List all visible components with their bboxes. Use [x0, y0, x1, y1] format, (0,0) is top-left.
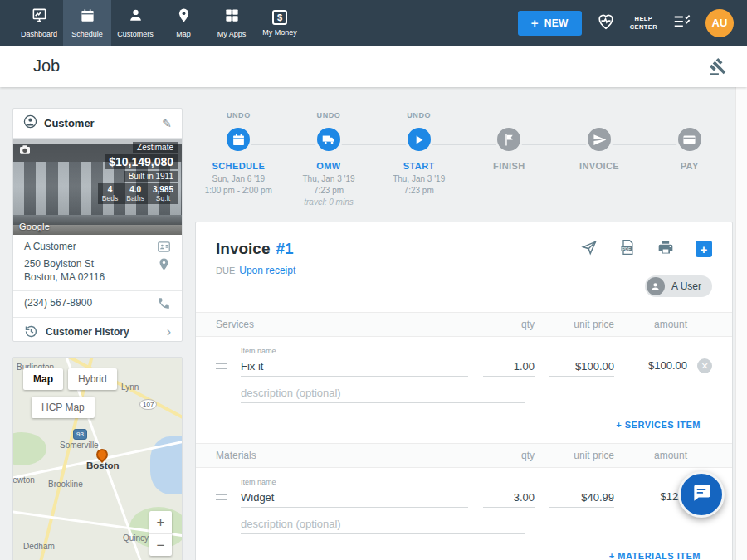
step-dates: Sun, Jan 6 '19 1:00 pm - 2:00 pm	[205, 173, 272, 197]
pdf-icon[interactable]: PDF	[619, 239, 636, 259]
pay-card-icon[interactable]	[676, 125, 704, 153]
start-play-icon[interactable]	[405, 125, 433, 153]
map-type-button[interactable]: Map	[23, 368, 63, 390]
map-label-somerville: Somerville	[60, 441, 99, 450]
add-invoice-icon[interactable]	[696, 241, 712, 257]
service-description-input[interactable]	[241, 383, 525, 403]
customer-name: A Customer	[24, 240, 76, 253]
job-tools-icon[interactable]	[709, 57, 727, 75]
schedule-icon	[80, 7, 95, 27]
remove-service-icon[interactable]	[697, 358, 712, 373]
invoice-number[interactable]: #1	[276, 240, 293, 258]
invoice-toolbar: PDF	[581, 239, 712, 259]
built-in-text: Built in 1911	[124, 171, 178, 182]
nav-item-my-money[interactable]: My Money	[256, 0, 304, 46]
add-materials-item-link[interactable]: + MATERIALS ITEM	[196, 534, 732, 560]
customer-history-label: Customer History	[46, 326, 159, 338]
phone-icon[interactable]	[157, 296, 171, 310]
add-services-item-link[interactable]: + SERVICES ITEM	[196, 403, 732, 443]
undo-schedule-link[interactable]: UNDO	[227, 111, 251, 122]
finish-flag-icon[interactable]	[495, 125, 523, 153]
omw-truck-icon[interactable]	[315, 125, 343, 153]
invoice-send-icon[interactable]	[585, 125, 613, 153]
customer-name-row: A Customer	[13, 235, 182, 256]
step-invoice: INVOICE	[554, 111, 645, 208]
user-avatar-icon	[647, 277, 665, 295]
svg-text:PDF: PDF	[622, 246, 631, 251]
edit-customer-icon[interactable]	[162, 117, 172, 130]
print-icon[interactable]	[657, 239, 674, 259]
chevron-right-icon	[167, 325, 171, 338]
nav-label: Dashboard	[21, 30, 57, 38]
nav-item-map[interactable]: Map	[159, 0, 208, 46]
contact-card-icon[interactable]	[157, 240, 171, 254]
services-header-row: Services qty unit price amount	[196, 312, 732, 337]
step-schedule: UNDO SCHEDULE Sun, Jan 6 '19 1:00 pm - 2…	[193, 111, 284, 208]
service-price-input[interactable]	[549, 357, 614, 377]
hybrid-type-button[interactable]: Hybrid	[68, 368, 117, 390]
history-icon	[24, 324, 38, 338]
nav-item-dashboard[interactable]: Dashboard	[15, 0, 63, 46]
step-dates: Thu, Jan 3 '19 7:23 pm	[393, 173, 445, 197]
due-value-link[interactable]: Upon receipt	[239, 265, 295, 276]
material-price-input[interactable]	[549, 488, 614, 508]
qty-column-header: qty	[483, 450, 535, 461]
schedule-step-icon[interactable]	[224, 125, 252, 153]
material-name-input[interactable]	[241, 488, 468, 508]
step-label: PAY	[681, 161, 699, 171]
customer-circle-icon	[23, 114, 37, 132]
invoice-header: Invoice #1 PDF DUEUpon receipt A User	[196, 222, 732, 312]
nav-items: Dashboard Schedule Customers Map My Apps…	[15, 0, 304, 46]
map-label-newton: Newton	[12, 475, 35, 485]
material-qty-input[interactable]	[483, 488, 535, 508]
beds-value: 4	[108, 185, 113, 195]
map-card[interactable]: Burlington Lynn 107 93 Somerville Boston…	[12, 357, 183, 560]
assigned-user-name: A User	[671, 280, 701, 292]
zoom-in-button[interactable]: +	[149, 511, 172, 533]
step-pay: PAY	[644, 111, 735, 208]
drag-handle-icon[interactable]	[216, 363, 227, 369]
step-omw: UNDO OMW Thu, Jan 3 '19 7:23 pm travel: …	[284, 111, 374, 208]
route-shield-93: 93	[73, 429, 87, 440]
map-label-lynn: Lynn	[121, 382, 139, 392]
drag-handle-icon[interactable]	[216, 494, 227, 500]
scrollbar-track[interactable]	[735, 87, 747, 560]
step-label: START	[403, 161, 435, 171]
streetview-icon[interactable]	[18, 144, 32, 157]
heart-icon[interactable]	[597, 12, 615, 34]
step-label: SCHEDULE	[212, 161, 265, 171]
nav-item-schedule[interactable]: Schedule	[63, 0, 111, 46]
new-button[interactable]: NEW	[518, 11, 582, 36]
service-name-input[interactable]	[241, 357, 468, 377]
nav-label: Customers	[117, 30, 154, 38]
activity-list-icon[interactable]	[672, 12, 691, 34]
hcp-map-button[interactable]: HCP Map	[32, 397, 95, 418]
customer-address-row: 250 Boylston StBoston, MA 02116	[13, 256, 182, 285]
service-qty-input[interactable]	[483, 357, 535, 377]
customer-phone: (234) 567-8900	[24, 296, 92, 309]
item-name-label: Item name	[241, 478, 468, 486]
customer-card: Customer Zestimate $10,149,080 Built in …	[12, 108, 183, 342]
zoom-out-button[interactable]: −	[149, 533, 172, 556]
nav-right: NEW HELP CENTER AU	[518, 0, 747, 46]
service-item-row: Item name $100.00	[196, 337, 732, 377]
chat-bubble-button[interactable]	[678, 471, 725, 518]
send-invoice-icon[interactable]	[581, 239, 598, 259]
nav-item-my-apps[interactable]: My Apps	[208, 0, 256, 46]
amount-column-header: amount	[614, 450, 687, 461]
step-label: OMW	[316, 161, 340, 171]
customer-history-row[interactable]: Customer History	[13, 318, 182, 345]
job-progress-stepper: UNDO SCHEDULE Sun, Jan 6 '19 1:00 pm - 2…	[193, 111, 735, 208]
undo-omw-link[interactable]: UNDO	[317, 111, 341, 122]
material-description-input[interactable]	[241, 514, 525, 534]
sqft-value: 3,985	[153, 185, 173, 195]
user-avatar[interactable]: AU	[706, 9, 734, 37]
qty-column-header: qty	[483, 319, 535, 330]
help-center-line2: CENTER	[630, 23, 657, 32]
nav-item-customers[interactable]: Customers	[111, 0, 159, 46]
location-pin-icon[interactable]	[157, 257, 171, 271]
assigned-user-chip[interactable]: A User	[645, 275, 712, 297]
beds-label: Beds	[102, 195, 118, 203]
undo-start-link[interactable]: UNDO	[407, 111, 431, 122]
help-center-link[interactable]: HELP CENTER	[630, 15, 657, 32]
